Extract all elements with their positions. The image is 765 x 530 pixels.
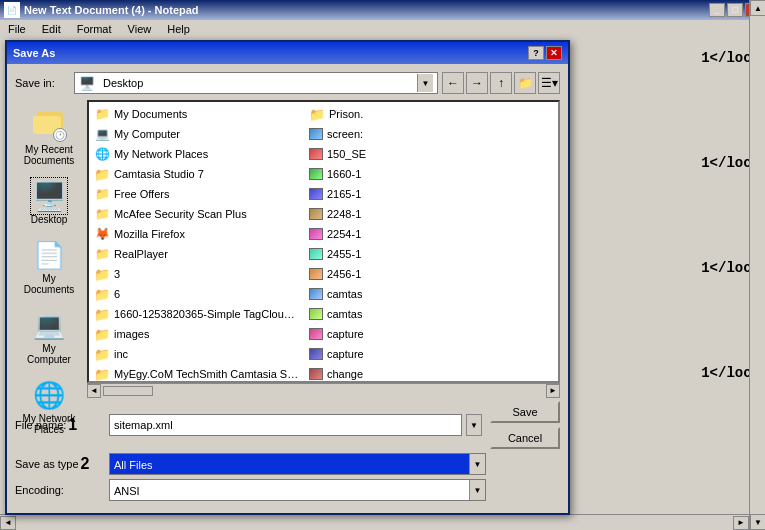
icon-150se [309, 148, 323, 160]
file-item-images[interactable]: 📁 images [91, 324, 302, 344]
file-item-tagcloud[interactable]: 📁 1660-1253820365-Simple TagCloud Plugin… [91, 304, 302, 324]
file-item-2248[interactable]: 2248-1 [306, 204, 517, 224]
menu-file[interactable]: File [4, 21, 30, 37]
file-name-2165: 2165-1 [327, 188, 361, 200]
folder-icon-inc: 📁 [94, 346, 110, 362]
h-scrollbar[interactable]: ◄ ► [87, 383, 560, 397]
sidebar-item-mycomputer[interactable]: 💻 My Computer [17, 303, 81, 369]
forward-button[interactable]: → [466, 72, 488, 94]
save-as-type-number: 2 [81, 455, 90, 473]
file-item-camtas2[interactable]: camtas [306, 304, 517, 324]
file-name-3: 3 [114, 268, 120, 280]
file-name-mynetwork: My Network Places [114, 148, 208, 160]
icon-screen [309, 128, 323, 140]
menu-edit[interactable]: Edit [38, 21, 65, 37]
folder-icon-3: 📁 [94, 266, 110, 282]
icon-2254 [309, 228, 323, 240]
menu-format[interactable]: Format [73, 21, 116, 37]
file-item-1660[interactable]: 1660-1 [306, 164, 517, 184]
scroll-up-button[interactable]: ▲ [750, 0, 765, 16]
scroll-down-button[interactable]: ▼ [750, 514, 765, 530]
bottom-form: File name: 1 ▼ Save Cancel Save as type … [15, 397, 560, 505]
create-folder-button[interactable]: 📁 [514, 72, 536, 94]
h-scroll-right-btn[interactable]: ► [546, 384, 560, 398]
sidebar-label-recent: My RecentDocuments [24, 144, 75, 166]
sidebar-item-desktop[interactable]: 🖥️ Desktop [17, 174, 81, 229]
sidebar-item-recent[interactable]: 🕐 My RecentDocuments [17, 104, 81, 170]
folder-icon-6: 📁 [94, 286, 110, 302]
file-name-change: change [327, 368, 363, 380]
file-item-inc[interactable]: 📁 inc [91, 344, 302, 364]
folder-icon-mcafee: 📁 [94, 206, 110, 222]
file-item-camtas1[interactable]: camtas [306, 284, 517, 304]
file-item-mcafee[interactable]: 📁 McAfee Security Scan Plus [91, 204, 302, 224]
background-scrollbar[interactable]: ▲ ▼ [749, 0, 765, 530]
file-name-input[interactable] [109, 414, 462, 436]
left-file-column: 📁 My Documents 💻 My Computer 🌐 My Networ… [89, 102, 304, 383]
file-item-2254[interactable]: 2254-1 [306, 224, 517, 244]
file-name-dropdown-arrow[interactable]: ▼ [466, 414, 482, 436]
file-item-camtasia[interactable]: 📁 Camtasia Studio 7 [91, 164, 302, 184]
dialog-titlebar: Save As ? ✕ [7, 42, 568, 64]
file-item-2455[interactable]: 2455-1 [306, 244, 517, 264]
my-documents-icon: 📄 [31, 237, 67, 273]
bottom-scrollbar[interactable]: ◄ ► [0, 514, 749, 530]
file-item-150se[interactable]: 150_SE [306, 144, 517, 164]
encoding-arrow[interactable]: ▼ [469, 480, 485, 500]
sidebar-item-mydocs[interactable]: 📄 My Documents [17, 233, 81, 299]
file-item-realplayer[interactable]: 📁 RealPlayer [91, 244, 302, 264]
minimize-button[interactable]: _ [709, 3, 725, 17]
save-as-type-arrow[interactable]: ▼ [469, 454, 485, 474]
file-item-firefox[interactable]: 🦊 Mozilla Firefox [91, 224, 302, 244]
menu-help[interactable]: Help [163, 21, 194, 37]
file-name-label: File name: [15, 419, 66, 431]
file-item-prison[interactable]: 📁 Prison. [306, 104, 517, 124]
file-name-camtas1: camtas [327, 288, 362, 300]
maximize-button[interactable]: □ [727, 3, 743, 17]
folder-icon-realplayer: 📁 [94, 246, 110, 262]
recent-documents-icon: 🕐 [31, 108, 67, 144]
encoding-combo[interactable]: ANSI ▼ [109, 479, 486, 501]
menu-view[interactable]: View [124, 21, 156, 37]
save-as-type-value: All Files [110, 454, 469, 474]
file-name-2456: 2456-1 [327, 268, 361, 280]
left-sidebar: 🕐 My RecentDocuments 🖥️ Desktop 📄 My Doc… [15, 100, 83, 397]
file-area: 📁 My Documents 💻 My Computer 🌐 My Networ… [87, 100, 560, 397]
file-item-3[interactable]: 📁 3 [91, 264, 302, 284]
file-item-capture1[interactable]: capture [306, 324, 517, 344]
folder-icon-camtasia: 📁 [94, 166, 110, 182]
file-item-freeoffers[interactable]: 📁 Free Offers [91, 184, 302, 204]
file-item-mydocuments[interactable]: 📁 My Documents [91, 104, 302, 124]
cancel-button[interactable]: Cancel [490, 427, 560, 449]
file-item-capture2[interactable]: capture [306, 344, 517, 364]
file-name-mydocs: My Documents [114, 108, 187, 120]
up-button[interactable]: ↑ [490, 72, 512, 94]
scroll-left-button[interactable]: ◄ [0, 516, 16, 530]
icon-2248 [309, 208, 323, 220]
save-button[interactable]: Save [490, 401, 560, 423]
h-scroll-left-btn[interactable]: ◄ [87, 384, 101, 398]
file-item-mynetwork[interactable]: 🌐 My Network Places [91, 144, 302, 164]
h-scroll-thumb[interactable] [103, 386, 153, 396]
help-button[interactable]: ? [528, 46, 544, 60]
folder-icon-prison: 📁 [309, 106, 325, 122]
dialog-close-button[interactable]: ✕ [546, 46, 562, 60]
file-name-mcafee: McAfee Security Scan Plus [114, 208, 247, 220]
file-item-screen[interactable]: screen: [306, 124, 517, 144]
scroll-right-button[interactable]: ► [733, 516, 749, 530]
right-file-column: 📁 Prison. screen: 150_SE [304, 102, 519, 383]
file-name-2248: 2248-1 [327, 208, 361, 220]
file-name-inc: inc [114, 348, 128, 360]
save-in-dropdown-arrow[interactable]: ▼ [417, 74, 433, 92]
file-item-myegy[interactable]: 📁 MyEgy.CoM TechSmith Camtasia Studio 6.… [91, 364, 302, 383]
save-in-combo[interactable]: 🖥️ Desktop ▼ [74, 72, 438, 94]
save-as-type-combo[interactable]: All Files ▼ [109, 453, 486, 475]
back-button[interactable]: ← [442, 72, 464, 94]
sidebar-label-mydocs: My Documents [21, 273, 77, 295]
file-item-change[interactable]: change [306, 364, 517, 383]
file-item-mycomputer[interactable]: 💻 My Computer [91, 124, 302, 144]
file-item-2456[interactable]: 2456-1 [306, 264, 517, 284]
view-button[interactable]: ☰▾ [538, 72, 560, 94]
file-item-2165[interactable]: 2165-1 [306, 184, 517, 204]
file-item-6[interactable]: 📁 6 [91, 284, 302, 304]
